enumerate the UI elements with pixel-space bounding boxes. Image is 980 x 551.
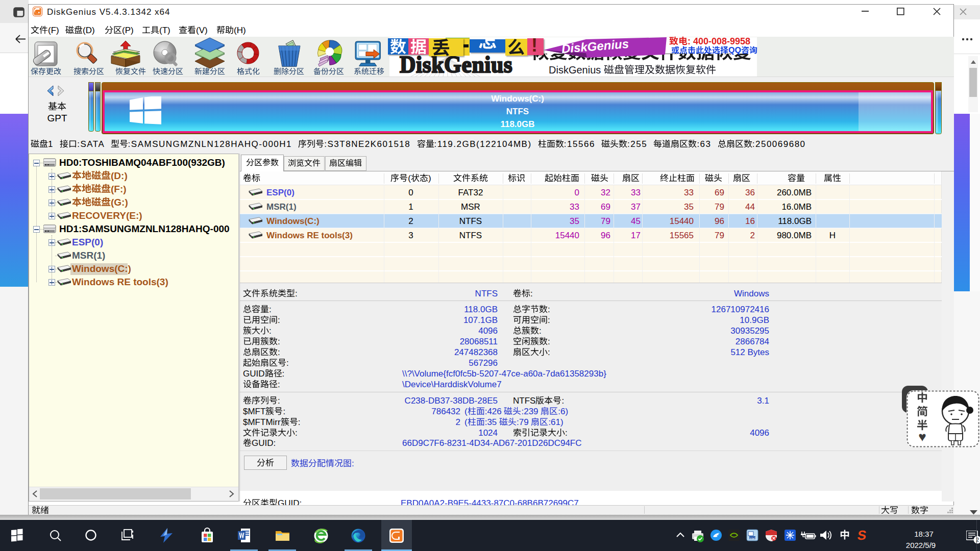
svg-text:intel: intel: [749, 537, 755, 540]
